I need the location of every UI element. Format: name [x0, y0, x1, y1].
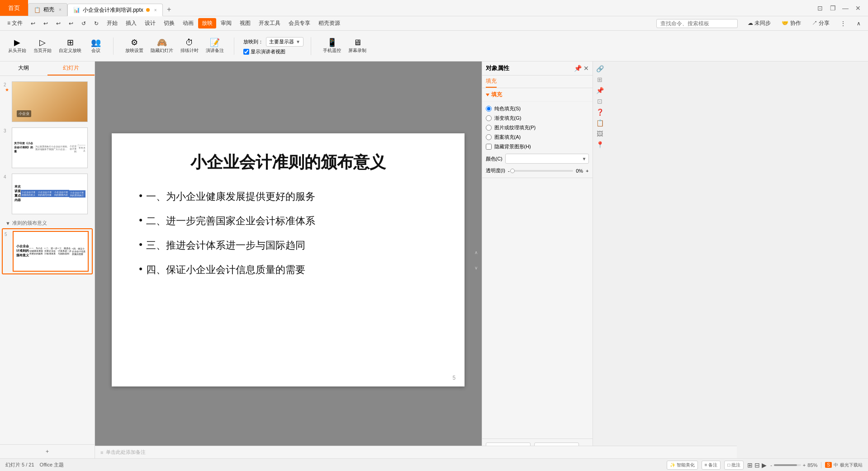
side-icon-8[interactable]: 📍 [596, 141, 604, 148]
restore-button[interactable]: ⊡ [816, 4, 825, 13]
canvas-area[interactable]: 小企业会计准则的颁布意义 • 一、为小企业健康发展提供更好的服务 • 二、进一步… [95, 61, 482, 458]
panel-side-icons: 🔗 ⊞ 📌 ⊡ ❓ 📋 🖼 📍 [593, 61, 607, 458]
menu-dev[interactable]: 开发工具 [255, 18, 284, 29]
menu-undo2[interactable]: ↩ [40, 19, 52, 28]
hide-bg-option: 隐藏背景图形(H) [486, 143, 589, 150]
menu-view[interactable]: 视图 [236, 18, 254, 29]
slide-item-5[interactable]: 5 小企业会计准则的颁布意义 • 一、为小企业健康发展提供更好的服务 • 二、进… [2, 228, 93, 274]
review-button[interactable]: □ 批注 [724, 461, 744, 470]
side-icon-2[interactable]: ⊞ [597, 76, 602, 83]
slide-item-4[interactable]: 4 本次讲座重点内容 小企业会计准则颁布的意义 小企业会计准则的规范对象 小企业… [2, 172, 93, 216]
fill-section-header[interactable]: 填充 [482, 88, 593, 102]
slide-title: 小企业会计准则的颁布意义 [139, 151, 437, 174]
main-content: 大纲 幻灯片 2 ★ 小企业 3 关于印发《小企业会计准则》的通 为认 [0, 61, 868, 458]
collapse-button[interactable]: ∧ [853, 19, 864, 28]
tab-close-pptx[interactable]: × [154, 8, 157, 13]
menu-animation[interactable]: 动画 [179, 18, 197, 29]
pin-icon[interactable]: 📌 [574, 65, 582, 72]
side-icon-6[interactable]: 📋 [596, 119, 604, 127]
show-settings-button[interactable]: ⚙ 放映设置 [123, 38, 146, 55]
sync-button[interactable]: ☁ 未同步 [744, 18, 774, 29]
pattern-fill-radio[interactable] [486, 134, 492, 140]
sidebar-tab-slides[interactable]: 幻灯片 [47, 61, 95, 75]
tab-straw[interactable]: 📋 稻壳 × [28, 3, 67, 16]
maximize-button[interactable]: ❐ [828, 4, 837, 13]
menu-review[interactable]: 审阅 [217, 18, 235, 29]
presenter-view-checkbox[interactable]: 显示演讲者视图 [243, 48, 285, 55]
pptx-icon: 📊 [73, 7, 80, 13]
phone-remote-button[interactable]: 📱 手机遥控 [320, 38, 344, 55]
side-icon-1[interactable]: 🔗 [596, 65, 604, 72]
side-icon-3[interactable]: 📌 [596, 87, 604, 94]
custom-play-button[interactable]: ⊞ 自定义放映 [56, 38, 84, 55]
menu-search-box [656, 19, 738, 28]
menu-start[interactable]: 开始 [103, 18, 121, 29]
tab-close-straw[interactable]: × [59, 7, 62, 12]
playback-to-label: 放映到： [243, 38, 263, 45]
menu-redo2[interactable]: ↻ [90, 19, 102, 28]
screen-record-button[interactable]: 🖥 屏幕录制 [346, 38, 369, 55]
meeting-button[interactable]: 👥 会议 [86, 38, 106, 55]
hide-slide-button[interactable]: 🙈 隐藏幻灯片 [148, 38, 176, 55]
smart-beautify-button[interactable]: ✨ 智能美化 [667, 461, 698, 470]
collab-button[interactable]: 🤝 协作 [778, 18, 804, 29]
menu-member[interactable]: 会员专享 [285, 18, 314, 29]
more-button[interactable]: ⋮ [837, 19, 849, 28]
new-tab-button[interactable]: + [163, 3, 175, 16]
zoom-control: - + 85% [770, 462, 817, 468]
share-button[interactable]: ↗ 分享 [808, 18, 833, 29]
notes-status-button[interactable]: ≡ 备注 [702, 461, 721, 470]
opacity-plus-button[interactable]: + [586, 168, 588, 174]
notes-bar[interactable]: ≡ 单击此处添加备注 [95, 446, 737, 458]
fill-tab[interactable]: 填充 [486, 75, 497, 88]
menu-undo[interactable]: ↩ [27, 19, 39, 28]
gradient-fill-radio[interactable] [486, 115, 492, 121]
play-current-button[interactable]: ▷ 当页开始 [31, 38, 54, 55]
zoom-in-button[interactable]: + [803, 462, 806, 468]
normal-view-icon[interactable]: ⊞ [747, 462, 753, 469]
slideshow-icon[interactable]: ▶ [762, 462, 767, 469]
menu-design[interactable]: 设计 [141, 18, 159, 29]
hide-bg-checkbox[interactable] [486, 144, 492, 150]
notes-button[interactable]: 📝 演讲备注 [203, 38, 227, 55]
brand-label: 中 [834, 462, 838, 468]
slide-item-3[interactable]: 3 关于印发《小企业会计准则》的通 为认真贯彻执行小企业会计准则,更好地服务于我… [2, 126, 93, 170]
zoom-slider[interactable] [774, 464, 801, 466]
opacity-minus-button[interactable]: - [508, 168, 510, 174]
close-button[interactable]: ✕ [854, 4, 863, 13]
side-icon-5[interactable]: ❓ [596, 108, 604, 116]
menu-file[interactable]: ≡ 文件 [4, 18, 26, 29]
opacity-slider[interactable] [512, 170, 574, 172]
play-current-icon: ▷ [39, 38, 46, 47]
menu-transition[interactable]: 切换 [160, 18, 178, 29]
color-picker[interactable]: ▼ [505, 154, 589, 164]
slide-item-2[interactable]: 2 ★ 小企业 [2, 80, 93, 124]
menu-slideshow[interactable]: 放映 [198, 18, 216, 28]
home-tab[interactable]: 首页 [0, 0, 28, 16]
dropdown-arrow-icon: ▼ [296, 39, 300, 44]
slide-sorter-icon[interactable]: ⊟ [754, 462, 760, 469]
side-icon-7[interactable]: 🖼 [597, 130, 603, 137]
sidebar-tab-outline[interactable]: 大纲 [0, 61, 47, 75]
menu-undo4[interactable]: ↩ [65, 19, 77, 28]
display-selector[interactable]: 主要显示器 ▼ [266, 37, 304, 47]
toolbar: ▶ 从头开始 ▷ 当页开始 ⊞ 自定义放映 👥 会议 ⚙ 放映设置 [0, 31, 868, 61]
menu-redo[interactable]: ↺ [78, 19, 90, 28]
menu-insert[interactable]: 插入 [122, 18, 140, 29]
side-icon-4[interactable]: ⊡ [597, 98, 602, 105]
rehearse-button[interactable]: ⏱ 排练计时 [178, 38, 201, 55]
color-row: 颜色(C) ▼ [486, 154, 589, 164]
minimize-button[interactable]: — [841, 4, 850, 13]
panel-close-icon[interactable]: ✕ [583, 65, 589, 72]
menu-daoke[interactable]: 稻壳资源 [315, 18, 344, 29]
scroll-up-button[interactable]: ∧ [473, 245, 480, 259]
tab-pptx[interactable]: 📊 小企业会计准则培训.pptx × [67, 4, 163, 16]
texture-fill-radio[interactable] [486, 125, 492, 131]
add-slide-button[interactable]: + [0, 444, 95, 458]
scroll-down-button[interactable]: ∨ [473, 261, 480, 274]
zoom-out-button[interactable]: - [770, 462, 772, 468]
menu-undo3[interactable]: ↩ [52, 19, 64, 28]
solid-fill-radio[interactable] [486, 106, 492, 112]
search-input[interactable] [660, 20, 734, 27]
play-from-start-button[interactable]: ▶ 从头开始 [5, 38, 29, 55]
